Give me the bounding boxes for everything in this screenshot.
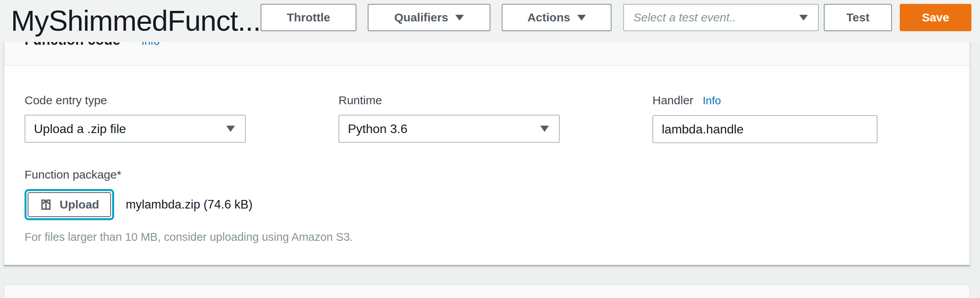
function-package-label: Function package* xyxy=(25,168,949,181)
save-button-label: Save xyxy=(922,11,949,24)
caret-down-icon xyxy=(799,15,808,21)
code-entry-type-field: Code entry type Upload a .zip file xyxy=(25,94,246,143)
code-entry-type-value: Upload a .zip file xyxy=(34,122,126,136)
uploaded-file-info: mylambda.zip (74.6 kB) xyxy=(126,198,253,212)
caret-down-icon xyxy=(540,126,549,132)
runtime-label: Runtime xyxy=(338,94,560,107)
header-actions: Throttle Qualifiers Actions Select a tes… xyxy=(261,4,971,31)
save-button[interactable]: Save xyxy=(900,4,971,31)
handler-input[interactable] xyxy=(652,115,878,143)
runtime-select[interactable]: Python 3.6 xyxy=(338,115,560,143)
handler-label: Handler Info xyxy=(652,94,878,107)
upload-helper-text: For files larger than 10 MB, consider up… xyxy=(25,230,949,244)
throttle-button[interactable]: Throttle xyxy=(261,4,356,31)
next-section-card xyxy=(4,285,970,298)
test-event-select[interactable]: Select a test event.. xyxy=(623,4,819,31)
handler-info-link[interactable]: Info xyxy=(703,94,721,107)
caret-down-icon xyxy=(226,126,235,132)
code-entry-type-select[interactable]: Upload a .zip file xyxy=(25,115,246,143)
throttle-button-label: Throttle xyxy=(287,11,330,24)
caret-down-icon xyxy=(577,15,586,21)
upload-button-focus-ring: Upload xyxy=(25,189,114,220)
caret-down-icon xyxy=(455,15,464,21)
actions-button-label: Actions xyxy=(527,11,570,24)
actions-button[interactable]: Actions xyxy=(502,4,612,31)
runtime-field: Runtime Python 3.6 xyxy=(338,94,560,143)
upload-button-label: Upload xyxy=(60,198,99,211)
fields-row: Code entry type Upload a .zip file Runti… xyxy=(25,94,949,143)
page-header: MyShimmedFunct... Throttle Qualifiers Ac… xyxy=(0,0,980,42)
upload-button[interactable]: Upload xyxy=(28,192,111,217)
test-event-select-placeholder: Select a test event.. xyxy=(633,11,736,24)
page-title: MyShimmedFunct... xyxy=(11,4,261,38)
qualifiers-button[interactable]: Qualifiers xyxy=(368,4,490,31)
handler-field: Handler Info xyxy=(652,94,878,143)
function-package-block: Function package* Upload mylambda.zip ( xyxy=(25,168,949,244)
upload-row: Upload mylambda.zip (74.6 kB) xyxy=(25,189,949,220)
runtime-value: Python 3.6 xyxy=(348,122,407,136)
upload-icon xyxy=(39,198,53,211)
test-button-label: Test xyxy=(846,11,869,24)
test-button[interactable]: Test xyxy=(824,4,892,31)
function-code-form: Code entry type Upload a .zip file Runti… xyxy=(4,66,969,244)
qualifiers-button-label: Qualifiers xyxy=(394,11,448,24)
function-code-section: Function code Info Code entry type Uploa… xyxy=(4,30,970,266)
code-entry-type-label: Code entry type xyxy=(25,94,246,107)
